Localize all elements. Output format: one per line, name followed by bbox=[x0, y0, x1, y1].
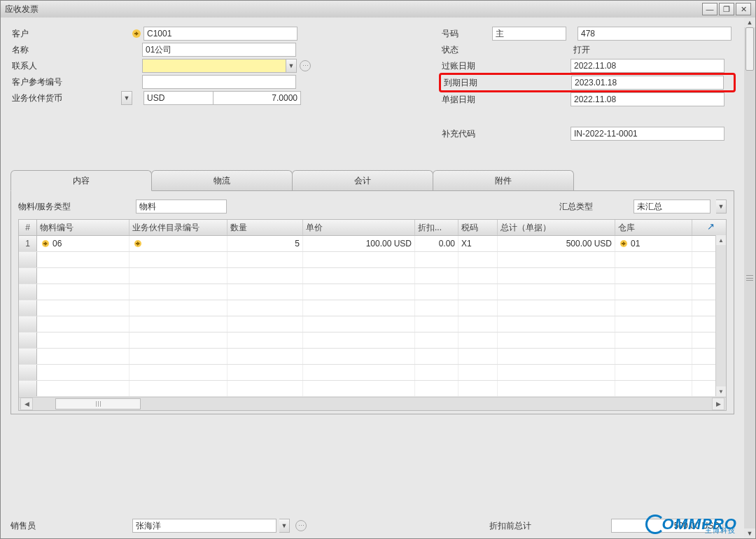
tab-accounting[interactable]: 会计 bbox=[292, 170, 433, 190]
summary-type-dropdown-icon[interactable]: ▼ bbox=[716, 200, 727, 214]
tab-content[interactable]: 内容 bbox=[10, 170, 152, 191]
postingdate-field[interactable]: 2022.11.08 bbox=[570, 59, 724, 73]
contact-dropdown-icon[interactable]: ▼ bbox=[286, 59, 297, 73]
tab-logistics[interactable]: 物流 bbox=[151, 170, 293, 190]
duedate-label: 到期日期 bbox=[442, 77, 571, 89]
docdate-label: 单据日期 bbox=[440, 94, 570, 106]
contact-field[interactable] bbox=[142, 59, 286, 73]
scroll-right-icon[interactable]: ▶ bbox=[712, 398, 724, 410]
summary-type-label: 汇总类型 bbox=[559, 201, 628, 213]
number-series-field[interactable]: 主 bbox=[492, 27, 566, 41]
line-items-table: ↗ # 物料编号 业务伙伴目录编号 数量 单价 折扣... 税码 总计（单据） … bbox=[18, 219, 727, 411]
col-itemcode[interactable]: 物料编号 bbox=[37, 220, 130, 235]
currency-field[interactable]: USD bbox=[144, 91, 214, 105]
status-value: 打开 bbox=[570, 43, 723, 56]
cell-bpcatalog[interactable] bbox=[130, 236, 227, 251]
window-title: 应收发票 bbox=[5, 4, 38, 15]
table-header: # 物料编号 业务伙伴目录编号 数量 单价 折扣... 税码 总计（单据） 仓库 bbox=[19, 220, 726, 236]
form-body: 客户 C1001 名称 01公司 联系人 ▼ ⋯ 客户参考编号 bbox=[1, 18, 744, 538]
salesperson-label: 销售员 bbox=[10, 520, 130, 532]
item-service-field[interactable]: 物料 bbox=[136, 200, 227, 214]
customer-field[interactable]: C1001 bbox=[144, 27, 298, 41]
rate-field[interactable]: 7.0000 bbox=[214, 91, 301, 105]
tab-attachments[interactable]: 附件 bbox=[433, 170, 574, 190]
tabstrip: 内容 物流 会计 附件 bbox=[10, 169, 734, 190]
col-total[interactable]: 总计（单据） bbox=[498, 220, 615, 235]
cell-rownum: 1 bbox=[19, 236, 37, 251]
footer-row: 销售员 张海洋 ▼ ⋯ 折扣前总计 500.00 USD bbox=[10, 519, 723, 533]
cell-price[interactable]: 100.00 USD bbox=[303, 236, 415, 251]
cell-warehouse[interactable]: 01 bbox=[615, 236, 692, 251]
tab-panel-content: 物料/服务类型 物料 汇总类型 未汇总 ▼ ↗ # 物料编号 业务伙伴目录编号 … bbox=[10, 190, 734, 414]
scroll-thumb[interactable] bbox=[746, 27, 754, 71]
contact-label: 联系人 bbox=[10, 60, 131, 72]
cell-total[interactable]: 500.00 USD bbox=[498, 236, 615, 251]
number-label: 号码 bbox=[440, 28, 492, 40]
table-row[interactable]: 1 06 5 100.00 USD 0.00 X1 500 bbox=[19, 236, 726, 252]
watermark-logo: OMMPRO 主博科技 bbox=[645, 514, 737, 534]
col-rownum[interactable]: # bbox=[19, 220, 37, 235]
cell-qty[interactable]: 5 bbox=[227, 236, 303, 251]
summary-type-field[interactable]: 未汇总 bbox=[634, 200, 710, 214]
expand-table-icon[interactable]: ↗ bbox=[707, 221, 715, 232]
titlebar: 应收发票 — ❐ ✕ bbox=[1, 1, 755, 18]
window-vertical-scrollbar[interactable]: ▲ ▼ bbox=[743, 18, 755, 538]
salesperson-dropdown-icon[interactable]: ▼ bbox=[279, 519, 290, 533]
suppcode-field[interactable]: IN-2022-11-0001 bbox=[570, 127, 724, 141]
table-horizontal-scrollbar[interactable]: ◀ ▶ bbox=[19, 397, 726, 410]
info-icon[interactable]: ⋯ bbox=[300, 60, 311, 71]
docdate-field[interactable]: 2022.11.08 bbox=[570, 92, 724, 106]
link-arrow-icon[interactable] bbox=[40, 238, 51, 249]
scroll-thumb[interactable] bbox=[55, 398, 141, 410]
scroll-up-icon[interactable]: ▲ bbox=[716, 235, 726, 245]
custref-label: 客户参考编号 bbox=[10, 76, 131, 88]
salesperson-field[interactable]: 张海洋 bbox=[132, 519, 276, 533]
col-tax[interactable]: 税码 bbox=[458, 220, 498, 235]
table-vertical-scrollbar[interactable]: ▲ ▼ bbox=[715, 235, 726, 396]
item-service-label: 物料/服务类型 bbox=[18, 201, 130, 213]
maximize-button[interactable]: ❐ bbox=[719, 3, 734, 15]
scroll-up-icon[interactable]: ▲ bbox=[744, 18, 755, 27]
col-price[interactable]: 单价 bbox=[303, 220, 415, 235]
customer-label: 客户 bbox=[10, 28, 131, 40]
cell-itemcode[interactable]: 06 bbox=[37, 236, 130, 251]
scroll-left-icon[interactable]: ◀ bbox=[20, 398, 33, 410]
cell-tax[interactable]: X1 bbox=[458, 236, 498, 251]
link-arrow-icon[interactable] bbox=[131, 28, 142, 39]
col-bpcatalog[interactable]: 业务伙伴目录编号 bbox=[130, 220, 227, 235]
number-field[interactable]: 478 bbox=[578, 27, 732, 41]
scroll-down-icon[interactable]: ▼ bbox=[744, 528, 755, 538]
name-label: 名称 bbox=[10, 44, 131, 56]
bpcurrency-label: 业务伙伴货币 bbox=[10, 92, 121, 104]
scroll-down-icon[interactable]: ▼ bbox=[716, 386, 726, 396]
minimize-button[interactable]: — bbox=[702, 3, 718, 15]
bpcurrency-dropdown-icon[interactable]: ▼ bbox=[121, 91, 132, 105]
status-label: 状态 bbox=[440, 44, 570, 56]
name-field[interactable]: 01公司 bbox=[142, 43, 296, 57]
postingdate-label: 过账日期 bbox=[440, 60, 570, 72]
col-warehouse[interactable]: 仓库 bbox=[615, 220, 692, 235]
due-date-highlight: 到期日期 2023.01.18 bbox=[439, 73, 736, 92]
suppcode-label: 补充代码 bbox=[440, 128, 570, 140]
link-arrow-icon[interactable] bbox=[132, 238, 144, 249]
cell-discount[interactable]: 0.00 bbox=[415, 236, 458, 251]
col-qty[interactable]: 数量 bbox=[227, 220, 303, 235]
prediscount-label: 折扣前总计 bbox=[489, 520, 608, 532]
app-window: 应收发票 — ❐ ✕ ▲ ▼ 客户 C1001 名称 01公司 bbox=[0, 0, 756, 539]
info-icon[interactable]: ⋯ bbox=[295, 520, 307, 531]
custref-field[interactable] bbox=[142, 75, 296, 89]
close-button[interactable]: ✕ bbox=[736, 3, 751, 15]
duedate-field[interactable]: 2023.01.18 bbox=[571, 76, 724, 90]
col-discount[interactable]: 折扣... bbox=[415, 220, 458, 235]
link-arrow-icon[interactable] bbox=[618, 238, 629, 249]
